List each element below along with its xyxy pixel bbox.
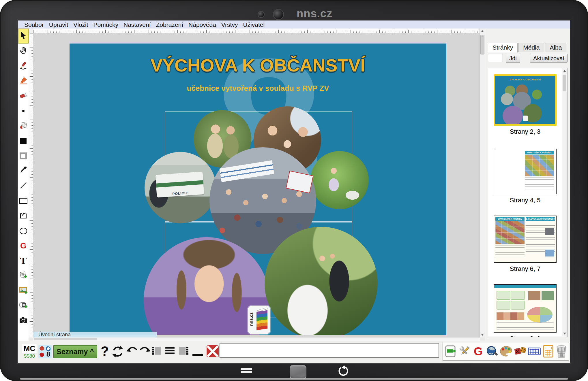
tool-screenshot[interactable] (18, 313, 29, 328)
thumbnail-label: Strany 2, 3 (510, 128, 540, 135)
polygon-icon (19, 212, 27, 220)
canvas-area: 8 VÝCHOVA K OBČANSTVÍ učebnice vytvořená… (29, 29, 485, 341)
close-red-x-icon[interactable] (206, 345, 219, 359)
thumbnail-page-header-left: OPAKOVÁNÍ 7. ROČNÍKU (495, 217, 525, 221)
menu-item-napoveda[interactable]: Nápověda (186, 21, 219, 29)
tool-add-video[interactable] (18, 298, 29, 313)
tool-pen[interactable] (18, 163, 29, 178)
canvas-vertical-scrollbar[interactable] (480, 29, 485, 337)
tool-select[interactable] (18, 29, 29, 44)
menu-item-nastaveni[interactable]: Nastavení (121, 21, 153, 29)
menu-item-pomucky[interactable]: Pomůcky (91, 21, 121, 29)
note-text-input[interactable] (220, 343, 439, 358)
redo-icon[interactable] (139, 345, 151, 356)
tool-google-search[interactable]: G (18, 238, 29, 253)
thumbnail-page-header-right: 1. ČLOVĚK JAKO OSOBNOST (526, 217, 555, 221)
photo-police-van: POLICIE (145, 152, 216, 223)
menu-item-upravit[interactable]: Upravit (46, 21, 71, 29)
thumbnail-preview-spread: OPAKOVÁNÍ 7. ROČNÍKU 1. ČLOVĚK JAKO OSOB… (494, 216, 557, 263)
undo-icon[interactable] (126, 345, 138, 356)
underscore-tool-icon[interactable] (192, 354, 203, 356)
bezel-back-icon[interactable] (337, 365, 349, 377)
help-button[interactable]: ? (101, 343, 109, 359)
bezel-home-button[interactable] (290, 365, 306, 379)
sidebar-scrollbar[interactable] (562, 68, 567, 336)
photo-wedding-couple (265, 227, 378, 335)
thumbnail-preview-cover: VÝCHOVA K OBČANSTVÍ (494, 74, 557, 126)
palette-icon[interactable] (500, 344, 512, 359)
tool-add-note[interactable] (18, 268, 29, 283)
thumbnail-preview-spread (494, 284, 557, 333)
menu-item-vrstvy[interactable]: Vrstvy (219, 21, 241, 29)
thumbnail-pages-2-3[interactable]: VÝCHOVA K OBČANSTVÍ Strany 2, 3 (494, 68, 557, 135)
tool-mask-square[interactable] (18, 148, 29, 163)
vertical-scroll-thumb[interactable] (480, 35, 484, 54)
hamburger-icon[interactable] (165, 347, 175, 356)
go-button[interactable]: Jdi (506, 54, 520, 63)
calculator-icon[interactable] (542, 344, 554, 359)
menu-bar: Soubor Upravit Vložit Pomůcky Nastavení … (18, 20, 570, 29)
rainbow-book-icon (256, 310, 267, 330)
thumbnail-cover-title: VÝCHOVA K OBČANSTVÍ (495, 78, 555, 81)
device-keyboard-icon[interactable] (444, 344, 457, 359)
scroll-down-icon[interactable] (481, 334, 484, 336)
front-camera-small-icon (258, 11, 265, 18)
tool-dot[interactable] (18, 103, 29, 118)
tab-media[interactable]: Média (518, 43, 544, 52)
sidebar-scroll-thumb[interactable] (563, 75, 566, 91)
menu-item-zobrazeni[interactable]: Zobrazení (153, 21, 186, 29)
senses-app-icon[interactable]: 8 (38, 345, 52, 358)
tool-rectangle[interactable] (18, 193, 29, 208)
panel-right-toggle-icon[interactable] (179, 346, 189, 357)
tools-icon[interactable] (458, 344, 471, 359)
google-g-icon: G (20, 241, 27, 250)
tool-eraser[interactable] (18, 88, 29, 103)
scroll-up-icon[interactable] (481, 30, 484, 32)
police-van-label: POLICIE (157, 190, 204, 197)
google-icon[interactable]: G (472, 344, 484, 359)
menu-item-vlozit[interactable]: Vložit (71, 21, 91, 29)
tool-highlighter[interactable] (18, 73, 29, 88)
tool-text[interactable]: T (18, 253, 29, 268)
trash-icon[interactable] (556, 344, 568, 359)
menu-item-uzivatel[interactable]: Uživatel (240, 21, 267, 29)
tool-pencil[interactable] (18, 59, 29, 73)
refresh-icon[interactable] (111, 345, 124, 359)
tool-polygon[interactable] (18, 208, 29, 223)
horizontal-scroll-thumb[interactable] (34, 338, 97, 340)
dice-icon[interactable] (514, 344, 527, 359)
thumbnail-photo (528, 291, 540, 300)
vertical-ruler (29, 33, 33, 337)
page-number-input[interactable] (488, 54, 503, 62)
tab-stranky[interactable]: Stránky (488, 43, 518, 52)
bezel-menu-button[interactable] (241, 368, 252, 375)
book-cover-page[interactable]: 8 VÝCHOVA K OBČANSTVÍ učebnice vytvořená… (70, 44, 446, 335)
mc-label: MC (22, 344, 37, 353)
thumbnail-pages-6-7[interactable]: OPAKOVÁNÍ 7. ROČNÍKU 1. ČLOVĚK JAKO OSOB… (494, 204, 557, 273)
panel-left-toggle-icon[interactable] (151, 346, 162, 357)
scroll-down-icon[interactable] (563, 333, 566, 335)
document-canvas[interactable]: 8 VÝCHOVA K OBČANSTVÍ učebnice vytvořená… (33, 33, 480, 337)
menu-item-soubor[interactable]: Soubor (22, 21, 46, 29)
tab-alba[interactable]: Alba (545, 43, 566, 52)
tool-pan[interactable] (18, 44, 29, 59)
mask-square-icon (20, 152, 27, 159)
refresh-button[interactable]: Aktualizovat (530, 54, 568, 63)
line-icon (20, 182, 27, 190)
tool-clear-annotations[interactable] (18, 118, 29, 133)
thumbnail-pages-8-9[interactable]: Strany 8, 9 (494, 273, 557, 337)
tool-line[interactable] (18, 178, 29, 193)
globe-search-icon[interactable] (486, 344, 498, 359)
police-van-stripe (156, 180, 203, 188)
scroll-up-icon[interactable] (563, 70, 566, 72)
lists-button[interactable]: Seznamy ^ (53, 345, 97, 358)
thumbnail-image-grid (525, 155, 554, 176)
thumbnail-text-lines (497, 322, 554, 330)
tool-add-image[interactable] (18, 283, 29, 298)
thumbnail-label: Strany 8, 9 (510, 335, 540, 337)
ellipse-icon (20, 228, 27, 234)
tool-ellipse[interactable] (18, 223, 29, 238)
thumbnail-pages-4-5[interactable]: OPAKOVÁNÍ 6. ROČNÍKU Strany 4, 5 (494, 135, 557, 204)
keyboard-icon[interactable] (528, 344, 541, 359)
tool-filled-square[interactable] (18, 133, 29, 148)
